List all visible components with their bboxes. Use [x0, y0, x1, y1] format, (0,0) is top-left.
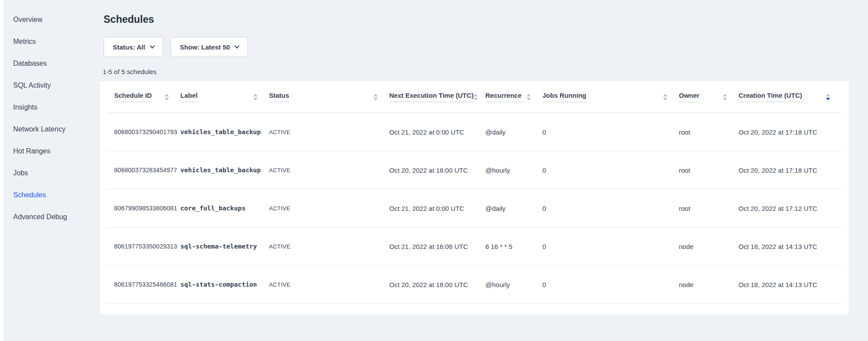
cell-next-execution: Oct 20, 2022 at 18:00 UTC: [389, 167, 485, 174]
sidebar-item-sql-activity[interactable]: SQL Activity: [4, 75, 102, 96]
sort-desc-arrow-icon: [253, 98, 258, 100]
column-header-label: Label: [180, 92, 197, 102]
cell-next-execution: Oct 21, 2022 at 0:00 UTC: [389, 205, 485, 212]
column-header-label: Owner: [679, 92, 699, 102]
sort-desc-arrow-icon: [473, 98, 478, 100]
cell-owner: root: [679, 128, 739, 136]
sort-asc-arrow-icon: [253, 94, 258, 96]
sort-icon[interactable]: [165, 94, 169, 100]
cell-recurrence: @hourly: [485, 281, 542, 288]
cell-jobs-running: 0: [542, 167, 679, 174]
column-header-label: Next Execution Time (UTC): [389, 92, 473, 102]
main-content: Schedules Status: All Show: Latest 50 1-…: [100, 0, 868, 315]
cell-status: ACTIVE: [269, 205, 389, 212]
sidebar-item-databases[interactable]: Databases: [4, 53, 102, 75]
column-header-label[interactable]: Label: [180, 92, 269, 102]
cell-schedule-id: 806800373290401793: [107, 128, 180, 135]
cell-creation-time: Oct 20, 2022 at 17:12 UTC: [739, 205, 842, 212]
sort-icon[interactable]: [373, 94, 378, 100]
cell-label: vehicles_table_backup: [180, 128, 269, 135]
column-header-recurrence[interactable]: Recurrence: [485, 92, 542, 102]
column-header-label: Schedule ID: [114, 92, 152, 102]
sort-desc-arrow-icon: [373, 98, 378, 100]
column-header-schedule-id[interactable]: Schedule ID: [107, 92, 180, 102]
cell-status: ACTIVE: [269, 129, 389, 135]
sort-asc-arrow-icon: [663, 94, 667, 96]
column-header-label: Recurrence: [485, 92, 522, 102]
table-row: 806197753325486081sql-stats-compactionAC…: [107, 266, 842, 304]
table-header-row: Schedule IDLabelStatusNext Execution Tim…: [107, 81, 842, 113]
cell-jobs-running: 0: [542, 243, 679, 250]
sort-icon[interactable]: [473, 94, 478, 100]
cell-status: ACTIVE: [269, 243, 389, 250]
cell-recurrence: @daily: [485, 205, 542, 212]
sort-asc-arrow-icon: [527, 94, 531, 96]
page-left-gutter: [0, 0, 4, 341]
sort-icon[interactable]: [253, 94, 258, 100]
cell-next-execution: Oct 20, 2022 at 18:00 UTC: [389, 281, 485, 288]
cell-creation-time: Oct 18, 2022 at 14:13 UTC: [739, 243, 842, 250]
column-header-jobs-running[interactable]: Jobs Running: [542, 92, 679, 102]
column-header-next-execution-time-utc[interactable]: Next Execution Time (UTC): [389, 92, 485, 102]
sort-desc-arrow-icon: [663, 98, 667, 100]
sort-asc-arrow-icon: [473, 94, 478, 96]
sidebar-item-advanced-debug[interactable]: Advanced Debug: [4, 206, 102, 228]
cell-owner: root: [679, 205, 739, 212]
cell-label: core_full_backups: [180, 205, 269, 212]
sidebar-item-insights[interactable]: Insights: [4, 96, 102, 118]
sort-asc-arrow-icon: [165, 94, 169, 96]
cell-schedule-id: 806197753325486081: [107, 281, 180, 288]
sort-icon[interactable]: [663, 94, 667, 100]
cell-owner: root: [679, 167, 739, 174]
cell-recurrence: 6 16 * * 5: [485, 243, 542, 250]
show-filter-label: Show: Latest 50: [180, 43, 230, 51]
sort-desc-arrow-icon: [826, 98, 830, 100]
cell-next-execution: Oct 21, 2022 at 16:06 UTC: [389, 243, 485, 250]
cell-status: ACTIVE: [269, 281, 389, 288]
sidebar-nav: OverviewMetricsDatabasesSQL ActivityInsi…: [4, 0, 102, 341]
cell-label: vehicles_table_backup: [180, 167, 269, 174]
status-filter-label: Status: All: [113, 43, 145, 51]
sort-asc-arrow-icon: [723, 94, 727, 96]
column-header-creation-time-utc[interactable]: Creation Time (UTC): [739, 92, 842, 102]
sort-icon[interactable]: [527, 94, 531, 100]
cell-label: sql-stats-compaction: [180, 281, 269, 288]
sidebar-item-schedules[interactable]: Schedules: [4, 184, 102, 206]
column-header-label: Status: [269, 92, 289, 102]
cell-jobs-running: 0: [542, 205, 679, 212]
cell-next-execution: Oct 21, 2022 at 0:00 UTC: [389, 128, 485, 136]
sidebar-item-metrics[interactable]: Metrics: [4, 31, 102, 53]
page-title: Schedules: [100, 0, 868, 25]
schedules-table-card: Schedule IDLabelStatusNext Execution Tim…: [100, 81, 849, 315]
cell-recurrence: @hourly: [485, 167, 542, 174]
cell-owner: node: [679, 243, 739, 250]
column-header-owner[interactable]: Owner: [679, 92, 739, 102]
chevron-down-icon: [150, 43, 154, 48]
table-row: 806197753350029313sql-schema-telemetryAC…: [107, 227, 842, 266]
show-filter-dropdown[interactable]: Show: Latest 50: [171, 37, 248, 57]
cell-creation-time: Oct 20, 2022 at 17:18 UTC: [739, 167, 842, 174]
sidebar-item-overview[interactable]: Overview: [4, 9, 102, 31]
sort-desc-arrow-icon: [527, 98, 531, 100]
table-body: 806800373290401793vehicles_table_backupA…: [107, 113, 842, 304]
sidebar-item-network-latency[interactable]: Network Latency: [4, 118, 102, 140]
results-summary: 1-5 of 5 schedules: [103, 67, 868, 76]
column-header-status[interactable]: Status: [269, 92, 389, 102]
sort-icon[interactable]: [723, 94, 727, 100]
cell-owner: node: [679, 281, 739, 288]
sort-icon[interactable]: [826, 94, 830, 100]
sort-desc-arrow-icon: [165, 98, 169, 100]
column-header-label: Jobs Running: [542, 92, 586, 102]
status-filter-dropdown[interactable]: Status: All: [104, 37, 163, 57]
sidebar-item-jobs[interactable]: Jobs: [4, 162, 102, 184]
cell-status: ACTIVE: [269, 167, 389, 174]
sidebar-item-hot-ranges[interactable]: Hot Ranges: [4, 140, 102, 162]
table-row: 806799098533806081core_full_backupsACTIV…: [107, 189, 842, 227]
cell-schedule-id: 806799098533806081: [107, 205, 180, 212]
cell-recurrence: @daily: [485, 128, 542, 136]
sort-asc-arrow-icon: [373, 94, 378, 96]
cell-jobs-running: 0: [542, 281, 679, 288]
table-row: 806800373290401793vehicles_table_backupA…: [107, 113, 842, 151]
chevron-down-icon: [234, 43, 239, 48]
table-row: 806800373283454977vehicles_table_backupA…: [107, 151, 842, 189]
